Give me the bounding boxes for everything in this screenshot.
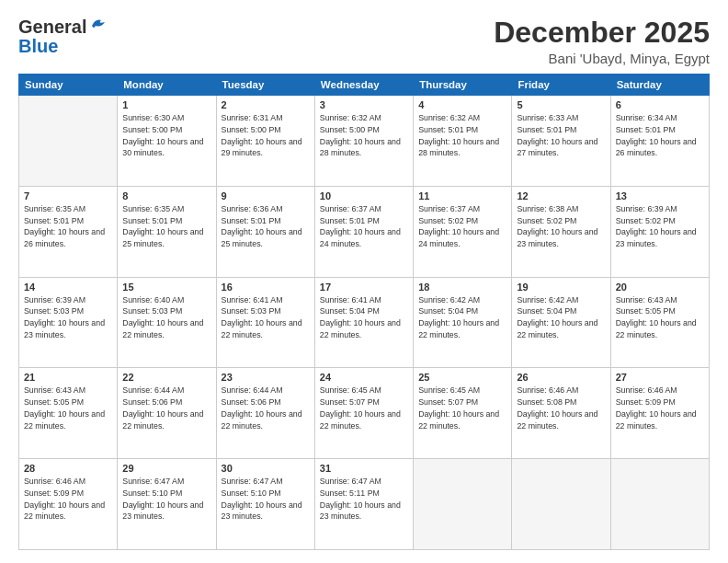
calendar-cell: 13Sunrise: 6:39 AMSunset: 5:02 PMDayligh… <box>610 186 709 277</box>
day-info: Sunrise: 6:47 AMSunset: 5:10 PMDaylight:… <box>222 476 310 523</box>
day-number: 19 <box>517 282 605 293</box>
day-info: Sunrise: 6:32 AMSunset: 5:01 PMDaylight:… <box>418 112 506 159</box>
day-number: 2 <box>222 99 310 110</box>
calendar-cell: 7Sunrise: 6:35 AMSunset: 5:01 PMDaylight… <box>19 186 118 277</box>
calendar-cell: 18Sunrise: 6:42 AMSunset: 5:04 PMDayligh… <box>414 277 512 368</box>
weekday-header-row: Sunday Monday Tuesday Wednesday Thursday… <box>19 75 710 96</box>
month-title: December 2025 <box>494 17 710 49</box>
day-number: 22 <box>122 372 210 383</box>
header-tuesday: Tuesday <box>216 75 314 96</box>
day-info: Sunrise: 6:45 AMSunset: 5:07 PMDaylight:… <box>418 385 506 431</box>
day-info: Sunrise: 6:36 AMSunset: 5:01 PMDaylight:… <box>222 203 310 250</box>
logo-blue-text: Blue <box>18 36 108 57</box>
header-friday: Friday <box>512 75 610 96</box>
calendar-cell: 4Sunrise: 6:32 AMSunset: 5:01 PMDaylight… <box>414 96 512 187</box>
day-info: Sunrise: 6:38 AMSunset: 5:02 PMDaylight:… <box>517 203 605 250</box>
day-info: Sunrise: 6:41 AMSunset: 5:04 PMDaylight:… <box>320 294 408 341</box>
calendar-week-4: 28Sunrise: 6:46 AMSunset: 5:09 PMDayligh… <box>19 459 710 550</box>
day-info: Sunrise: 6:44 AMSunset: 5:06 PMDaylight:… <box>222 385 310 431</box>
day-info: Sunrise: 6:35 AMSunset: 5:01 PMDaylight:… <box>24 203 112 250</box>
calendar-cell: 15Sunrise: 6:40 AMSunset: 5:03 PMDayligh… <box>118 277 216 368</box>
day-number: 24 <box>320 372 408 383</box>
day-info: Sunrise: 6:39 AMSunset: 5:02 PMDaylight:… <box>616 203 704 250</box>
day-number: 18 <box>418 282 506 293</box>
day-info: Sunrise: 6:33 AMSunset: 5:01 PMDaylight:… <box>517 112 605 159</box>
logo: General Blue <box>18 17 108 57</box>
calendar-cell: 11Sunrise: 6:37 AMSunset: 5:02 PMDayligh… <box>414 186 512 277</box>
day-number: 26 <box>517 372 605 383</box>
day-number: 15 <box>122 282 210 293</box>
day-number: 6 <box>616 99 704 110</box>
day-info: Sunrise: 6:47 AMSunset: 5:11 PMDaylight:… <box>320 476 408 523</box>
day-number: 5 <box>517 99 605 110</box>
day-info: Sunrise: 6:31 AMSunset: 5:00 PMDaylight:… <box>222 112 310 159</box>
day-info: Sunrise: 6:30 AMSunset: 5:00 PMDaylight:… <box>122 112 210 159</box>
calendar-cell: 25Sunrise: 6:45 AMSunset: 5:07 PMDayligh… <box>414 368 512 459</box>
logo-bird-icon <box>88 17 108 33</box>
day-number: 20 <box>616 282 704 293</box>
calendar-cell: 26Sunrise: 6:46 AMSunset: 5:08 PMDayligh… <box>512 368 610 459</box>
header-saturday: Saturday <box>610 75 709 96</box>
day-info: Sunrise: 6:39 AMSunset: 5:03 PMDaylight:… <box>24 294 112 341</box>
calendar-cell: 29Sunrise: 6:47 AMSunset: 5:10 PMDayligh… <box>118 459 216 550</box>
day-number: 27 <box>616 372 704 383</box>
day-number: 1 <box>122 99 210 110</box>
day-number: 8 <box>122 190 210 201</box>
calendar-cell: 10Sunrise: 6:37 AMSunset: 5:01 PMDayligh… <box>314 186 413 277</box>
day-info: Sunrise: 6:47 AMSunset: 5:10 PMDaylight:… <box>122 476 210 523</box>
calendar-cell: 12Sunrise: 6:38 AMSunset: 5:02 PMDayligh… <box>512 186 610 277</box>
calendar-cell <box>512 459 610 550</box>
day-info: Sunrise: 6:43 AMSunset: 5:05 PMDaylight:… <box>24 385 112 431</box>
day-info: Sunrise: 6:34 AMSunset: 5:01 PMDaylight:… <box>616 112 704 159</box>
calendar-cell: 9Sunrise: 6:36 AMSunset: 5:01 PMDaylight… <box>216 186 314 277</box>
calendar-week-0: 1Sunrise: 6:30 AMSunset: 5:00 PMDaylight… <box>19 96 710 187</box>
day-number: 16 <box>222 282 310 293</box>
day-info: Sunrise: 6:35 AMSunset: 5:01 PMDaylight:… <box>122 203 210 250</box>
calendar-cell <box>610 459 709 550</box>
day-info: Sunrise: 6:41 AMSunset: 5:03 PMDaylight:… <box>222 294 310 341</box>
day-info: Sunrise: 6:42 AMSunset: 5:04 PMDaylight:… <box>418 294 506 341</box>
day-info: Sunrise: 6:40 AMSunset: 5:03 PMDaylight:… <box>122 294 210 341</box>
day-info: Sunrise: 6:42 AMSunset: 5:04 PMDaylight:… <box>517 294 605 341</box>
calendar-table: Sunday Monday Tuesday Wednesday Thursday… <box>18 74 710 550</box>
day-number: 30 <box>222 463 310 474</box>
calendar-cell: 16Sunrise: 6:41 AMSunset: 5:03 PMDayligh… <box>216 277 314 368</box>
logo-general-text: General <box>18 17 86 38</box>
day-number: 9 <box>222 190 310 201</box>
header-monday: Monday <box>118 75 216 96</box>
header-thursday: Thursday <box>414 75 512 96</box>
day-info: Sunrise: 6:45 AMSunset: 5:07 PMDaylight:… <box>320 385 408 431</box>
day-number: 21 <box>24 372 112 383</box>
calendar-cell: 1Sunrise: 6:30 AMSunset: 5:00 PMDaylight… <box>118 96 216 187</box>
day-number: 3 <box>320 99 408 110</box>
calendar-cell: 30Sunrise: 6:47 AMSunset: 5:10 PMDayligh… <box>216 459 314 550</box>
day-info: Sunrise: 6:46 AMSunset: 5:09 PMDaylight:… <box>616 385 704 431</box>
calendar-cell: 6Sunrise: 6:34 AMSunset: 5:01 PMDaylight… <box>610 96 709 187</box>
calendar-cell: 21Sunrise: 6:43 AMSunset: 5:05 PMDayligh… <box>19 368 118 459</box>
calendar-cell: 31Sunrise: 6:47 AMSunset: 5:11 PMDayligh… <box>314 459 413 550</box>
day-number: 10 <box>320 190 408 201</box>
day-number: 11 <box>418 190 506 201</box>
calendar-cell: 22Sunrise: 6:44 AMSunset: 5:06 PMDayligh… <box>118 368 216 459</box>
day-info: Sunrise: 6:37 AMSunset: 5:01 PMDaylight:… <box>320 203 408 250</box>
day-number: 31 <box>320 463 408 474</box>
calendar-cell: 3Sunrise: 6:32 AMSunset: 5:00 PMDaylight… <box>314 96 413 187</box>
calendar-cell: 23Sunrise: 6:44 AMSunset: 5:06 PMDayligh… <box>216 368 314 459</box>
day-info: Sunrise: 6:46 AMSunset: 5:08 PMDaylight:… <box>517 385 605 431</box>
calendar-page: General Blue December 2025 Bani 'Ubayd, … <box>0 0 728 563</box>
day-number: 7 <box>24 190 112 201</box>
day-info: Sunrise: 6:46 AMSunset: 5:09 PMDaylight:… <box>24 476 112 523</box>
calendar-cell: 28Sunrise: 6:46 AMSunset: 5:09 PMDayligh… <box>19 459 118 550</box>
header: General Blue December 2025 Bani 'Ubayd, … <box>18 17 710 66</box>
header-wednesday: Wednesday <box>314 75 413 96</box>
day-number: 13 <box>616 190 704 201</box>
day-number: 25 <box>418 372 506 383</box>
day-number: 17 <box>320 282 408 293</box>
calendar-week-1: 7Sunrise: 6:35 AMSunset: 5:01 PMDaylight… <box>19 186 710 277</box>
day-number: 12 <box>517 190 605 201</box>
calendar-week-2: 14Sunrise: 6:39 AMSunset: 5:03 PMDayligh… <box>19 277 710 368</box>
calendar-cell: 19Sunrise: 6:42 AMSunset: 5:04 PMDayligh… <box>512 277 610 368</box>
day-number: 14 <box>24 282 112 293</box>
day-info: Sunrise: 6:37 AMSunset: 5:02 PMDaylight:… <box>418 203 506 250</box>
calendar-cell <box>414 459 512 550</box>
